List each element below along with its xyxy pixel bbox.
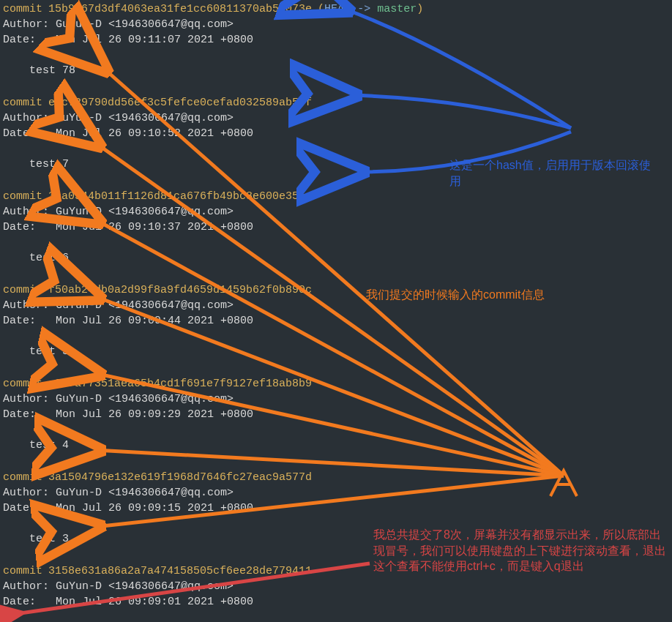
commit-hash: f50ab24db0a2d99f8a9fd4659d1459b62f0b890c [48, 282, 312, 298]
author-line: Author: GuYun-D <1946306647@qq.com> [3, 298, 669, 313]
commit-block: commitefcf29790dd56ef3c5fefce0cefad03258… [3, 95, 669, 187]
branch-name: master [377, 3, 417, 15]
date-label: Date: [3, 221, 36, 233]
author-label: Author: [3, 112, 49, 124]
date-value: Mon Jul 26 09:11:07 2021 +0800 [56, 34, 253, 46]
date-label: Date: [3, 596, 36, 608]
author-line: Author: GuYun-D <1946306647@qq.com> [3, 204, 669, 220]
blank-line [3, 235, 669, 250]
author-line: Author: GuYun-D <1946306647@qq.com> [3, 485, 669, 501]
author-line: Author: GuYun-D <1946306647@qq.com> [3, 391, 669, 407]
date-label: Date: [3, 408, 36, 421]
author-label: Author: [3, 580, 49, 593]
commit-hash: efcf29790dd56ef3c5fefce0cefad032589ab50f [48, 95, 312, 110]
commit-message: test 6 [29, 250, 69, 266]
commit-message-line: test 6 [3, 250, 669, 266]
commit-hash-line: commit15b9067d3df4063ea31fe1cc60811370ab… [3, 1, 669, 17]
commit-hash-line: commitf50ab24db0a2d99f8a9fd4659d1459b62f… [3, 282, 669, 298]
date-value: Mon Jul 26 09:09:01 2021 +0800 [56, 596, 253, 608]
head-text: HEAD [324, 3, 351, 15]
date-line: Date: Mon Jul 26 09:11:07 2021 +0800 [3, 32, 669, 48]
author-label: Author: [3, 18, 49, 31]
commit-block: commit15b9067d3df4063ea31fe1cc60811370ab… [3, 1, 669, 94]
paren-close: ) [417, 3, 423, 15]
commit-word: commit [3, 563, 42, 579]
date-label: Date: [3, 315, 36, 327]
date-label: Date: [3, 127, 36, 140]
blank-line [3, 78, 669, 94]
author-value: GuYun-D <1946306647@qq.com> [56, 206, 234, 218]
author-label: Author: [3, 299, 49, 312]
commit-hash: 3ba0544b011f1126d81ca676fb49bc8e600e355c [48, 189, 312, 204]
date-value: Mon Jul 26 09:09:29 2021 +0800 [56, 408, 253, 421]
commit-message: test 7 [29, 157, 69, 172]
author-value: GuYun-D <1946306647@qq.com> [56, 393, 234, 405]
blank-line [3, 48, 669, 63]
commit-hash: 15b9067d3df4063ea31fe1cc60811370ab5e073e [48, 1, 312, 17]
commit-message-line: test 3 [3, 531, 669, 547]
date-value: Mon Jul 26 09:10:37 2021 +0800 [56, 221, 253, 233]
commit-word: commit [3, 1, 42, 17]
commit-hash: 3a1504796e132e619f1968d7646fc27eac9a577d [48, 470, 312, 485]
commit-hash-line: commit3158e631a86a2a7a474158505cf6ee28de… [3, 563, 669, 579]
arrow-text: -> [357, 3, 370, 15]
blank-line [3, 547, 669, 562]
commit-hash-line: commit3a1504796e132e619f1968d7646fc27eac… [3, 470, 669, 485]
commit-message-line: test 7 [3, 157, 669, 172]
commit-word: commit [3, 189, 42, 204]
blank-line [3, 359, 669, 375]
blank-line [3, 266, 669, 281]
date-line: Date: Mon Jul 26 09:09:29 2021 +0800 [3, 407, 669, 422]
commit-word: commit [3, 95, 42, 110]
commit-word: commit [3, 282, 42, 298]
date-value: Mon Jul 26 09:09:44 2021 +0800 [56, 315, 253, 327]
author-value: GuYun-D <1946306647@qq.com> [56, 299, 234, 312]
author-label: Author: [3, 393, 49, 405]
commit-message-line: test 78 [3, 63, 669, 78]
commit-hash-line: commitefcf29790dd56ef3c5fefce0cefad03258… [3, 95, 669, 110]
commit-word: commit [3, 470, 42, 485]
commit-hash: a9e7a77351aea65b4cd1f691e7f9127ef18ab8b9 [48, 376, 312, 391]
blank-line [3, 329, 669, 344]
commit-block: commit3ba0544b011f1126d81ca676fb49bc8e60… [3, 189, 669, 281]
commit-block: commita9e7a77351aea65b4cd1f691e7f9127ef1… [3, 376, 669, 468]
date-line: Date: Mon Jul 26 09:10:52 2021 +0800 [3, 126, 669, 141]
commit-message: test 3 [29, 531, 69, 547]
head-ref: (HEAD -> master) [318, 1, 423, 17]
author-line: Author: GuYun-D <1946306647@qq.com> [3, 17, 669, 32]
blank-line [3, 141, 669, 157]
author-value: GuYun-D <1946306647@qq.com> [56, 112, 234, 124]
blank-line [3, 453, 669, 468]
commit-hash-line: commit3ba0544b011f1126d81ca676fb49bc8e60… [3, 189, 669, 204]
author-line: Author: GuYun-D <1946306647@qq.com> [3, 110, 669, 126]
author-label: Author: [3, 487, 49, 499]
commit-block: commit3158e631a86a2a7a474158505cf6ee28de… [3, 563, 669, 622]
author-value: GuYun-D <1946306647@qq.com> [56, 18, 234, 31]
commit-hash: 3158e631a86a2a7a474158505cf6ee28de779411 [48, 563, 312, 579]
blank-line [3, 172, 669, 187]
date-value: Mon Jul 26 09:10:52 2021 +0800 [56, 127, 253, 140]
date-line: Date: Mon Jul 26 09:09:44 2021 +0800 [3, 313, 669, 329]
date-line: Date: Mon Jul 26 09:09:01 2021 +0800 [3, 594, 669, 610]
author-line: Author: GuYun-D <1946306647@qq.com> [3, 579, 669, 594]
author-value: GuYun-D <1946306647@qq.com> [56, 487, 234, 499]
author-value: GuYun-D <1946306647@qq.com> [56, 580, 234, 593]
blank-line [3, 610, 669, 622]
commit-message-line: test 4 [3, 438, 669, 453]
blank-line [3, 422, 669, 438]
date-label: Date: [3, 34, 36, 46]
commit-word: commit [3, 376, 42, 391]
blank-line [3, 516, 669, 531]
date-line: Date: Mon Jul 26 09:09:15 2021 +0800 [3, 501, 669, 516]
commit-block: commit3a1504796e132e619f1968d7646fc27eac… [3, 470, 669, 562]
paren-open: ( [318, 3, 324, 15]
author-label: Author: [3, 206, 49, 218]
commit-block: commitf50ab24db0a2d99f8a9fd4659d1459b62f… [3, 282, 669, 375]
commit-message: test 4 [29, 438, 69, 453]
commit-message: test 78 [29, 63, 75, 78]
date-value: Mon Jul 26 09:09:15 2021 +0800 [56, 502, 253, 514]
terminal-output: commit15b9067d3df4063ea31fe1cc60811370ab… [3, 1, 669, 622]
commit-message-line: test 5 [3, 344, 669, 359]
date-label: Date: [3, 502, 36, 514]
commit-message: test 5 [29, 344, 69, 359]
